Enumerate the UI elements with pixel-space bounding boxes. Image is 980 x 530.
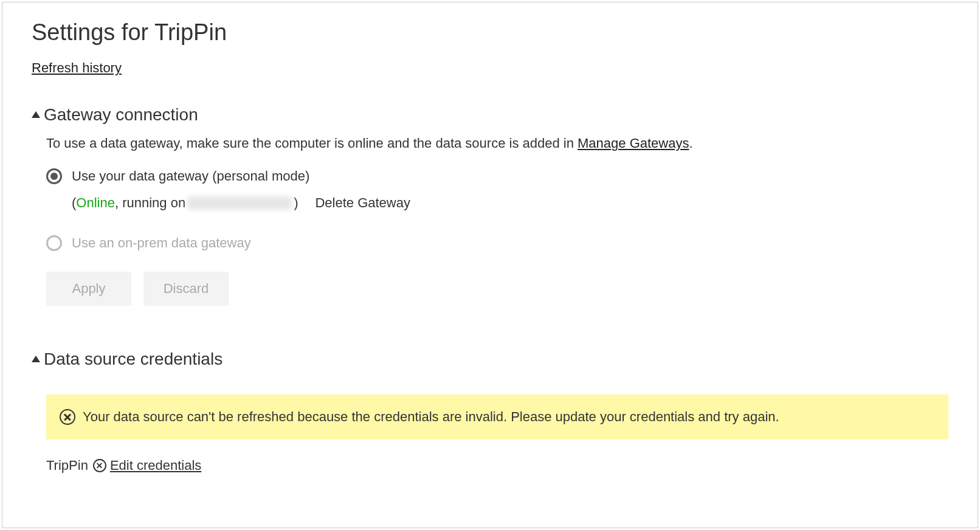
gateway-desc-suffix: . (689, 136, 692, 151)
credentials-section-title: Data source credentials (44, 349, 223, 369)
gateway-description: To use a data gateway, make sure the com… (46, 136, 948, 151)
status-close-paren: ) (294, 195, 298, 211)
gateway-desc-text: To use a data gateway, make sure the com… (46, 136, 578, 151)
edit-credentials-link[interactable]: Edit credentials (110, 458, 201, 473)
refresh-history-link[interactable]: Refresh history (32, 60, 122, 76)
credentials-section: Data source credentials Your data source… (32, 349, 948, 473)
gateway-button-row: Apply Discard (46, 272, 948, 306)
caret-up-icon (32, 356, 40, 362)
status-online: Online (76, 195, 115, 211)
error-icon (60, 409, 75, 425)
credential-source-name: TripPin (46, 458, 88, 473)
discard-button: Discard (143, 272, 229, 306)
page-title: Settings for TripPin (32, 19, 948, 46)
radio-onprem-gateway: Use an on-prem data gateway (46, 235, 948, 251)
error-icon-small (93, 459, 106, 472)
status-running-on: , running on (115, 195, 185, 211)
radio-personal-gateway[interactable]: Use your data gateway (personal mode) (46, 168, 948, 184)
credential-row: TripPin Edit credentials (46, 458, 948, 473)
radio-onprem-label: Use an on-prem data gateway (72, 235, 251, 251)
gateway-machine-name-redacted (187, 196, 292, 210)
credentials-warning-text: Your data source can't be refreshed beca… (83, 409, 779, 425)
caret-up-icon (32, 111, 40, 118)
credentials-warning-banner: Your data source can't be refreshed beca… (46, 394, 948, 439)
gateway-section-title: Gateway connection (44, 105, 198, 125)
radio-personal-label: Use your data gateway (personal mode) (72, 168, 309, 184)
gateway-section: Gateway connection To use a data gateway… (32, 105, 948, 306)
status-open-paren: ( (72, 195, 76, 211)
manage-gateways-link[interactable]: Manage Gateways (578, 136, 689, 151)
apply-button: Apply (46, 272, 131, 306)
delete-gateway-link[interactable]: Delete Gateway (315, 195, 410, 211)
settings-panel: Settings for TripPin Refresh history Gat… (2, 2, 978, 528)
gateway-section-body: To use a data gateway, make sure the com… (32, 136, 948, 306)
credentials-section-toggle[interactable]: Data source credentials (32, 349, 948, 369)
gateway-status: (Online, running on ) Delete Gateway (72, 195, 948, 211)
radio-selected-icon (46, 168, 62, 184)
gateway-section-toggle[interactable]: Gateway connection (32, 105, 948, 125)
credentials-section-body: Your data source can't be refreshed beca… (32, 394, 948, 473)
radio-disabled-icon (46, 235, 62, 251)
